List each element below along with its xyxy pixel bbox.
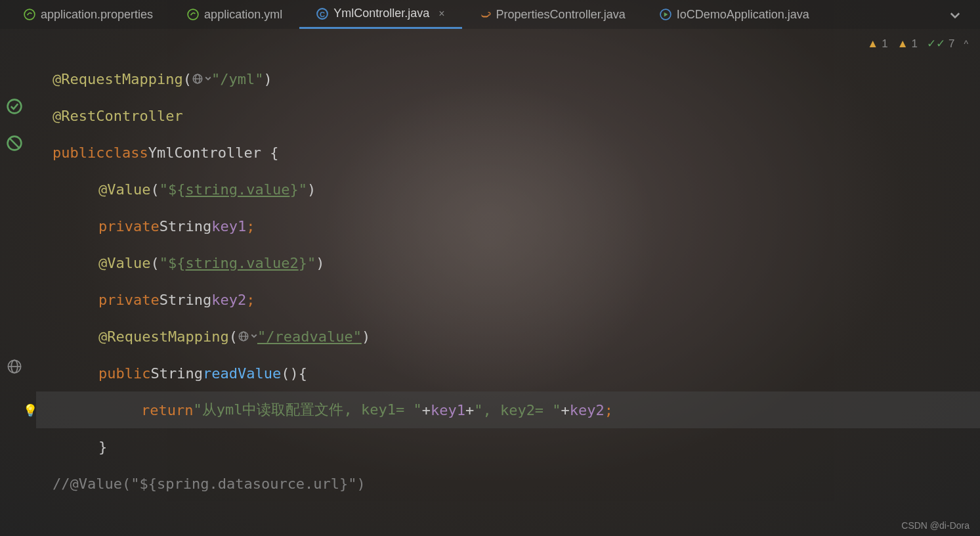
svg-marker-5 [664,12,668,17]
inspection-warning-2[interactable]: ▲ 1 [897,37,918,51]
spring-icon [187,9,199,20]
svg-line-8 [9,138,20,148]
check-icon: ✓✓ [927,37,945,51]
inspections-bar[interactable]: ▲ 1 ▲ 1 ✓✓ 7 ^ [867,37,968,51]
warning-count: 1 [882,37,887,51]
code-editor[interactable]: @RequestMapping("/yml") @RestController … [36,29,980,536]
close-icon[interactable]: × [438,8,444,20]
tab-label: YmlController.java [333,7,429,20]
inspections-expand-icon[interactable]: ^ [964,39,968,49]
web-inline-icon[interactable] [192,73,211,85]
run-icon [660,9,671,20]
gutter-web-icon[interactable] [5,357,24,376]
inspection-ok[interactable]: ✓✓ 7 [927,37,954,51]
code-line[interactable]: // @Value("${spring.datasource.url}") [36,465,980,502]
code-line[interactable]: public class YmlController { [36,134,980,171]
code-line[interactable]: private String key1; [36,208,980,244]
code-line[interactable]: } [36,428,980,465]
code-line-current[interactable]: 💡return "从yml中读取配置文件, key1= "+key1+", ke… [36,391,980,428]
code-line[interactable]: @RequestMapping("/readvalue") [36,318,980,355]
svg-point-6 [8,100,22,114]
warning-icon: ▲ [867,37,878,51]
code-line[interactable]: private String key2; [36,281,980,318]
code-line[interactable]: @Value("${string.value2}") [36,244,980,281]
tab-label: application.yml [204,8,282,22]
watermark: CSDN @di-Dora [901,520,969,531]
svg-point-1 [188,9,198,20]
gutter-endpoint-icon[interactable] [5,97,24,116]
tab-label: IoCDemoApplication.java [677,8,809,22]
tab-application-yml[interactable]: application.yml [170,0,299,29]
svg-text:C: C [320,10,325,18]
class-icon: C [316,8,328,20]
code-line[interactable]: @Value("${string.value}") [36,171,980,208]
tab-label: application.properties [41,8,153,22]
editor-tabs: application.properties application.yml C… [0,0,980,29]
code-line[interactable]: @RequestMapping("/yml") [36,60,980,97]
tab-ymlcontroller[interactable]: C YmlController.java × [299,0,461,29]
svg-point-0 [24,9,35,20]
warning-icon: ▲ [897,37,908,51]
tab-application-properties[interactable]: application.properties [7,0,170,29]
ok-count: 7 [948,37,954,51]
java-icon [479,9,491,20]
web-inline-icon[interactable] [238,330,257,342]
editor-gutter [0,29,36,536]
warning-count: 1 [911,37,917,51]
gutter-bean-icon[interactable] [5,134,24,152]
tab-label: PropertiesController.java [496,8,626,22]
tab-iocdemoapp[interactable]: IoCDemoApplication.java [643,0,826,29]
tab-propertiescontroller[interactable]: PropertiesController.java [462,0,643,29]
code-line[interactable]: public String readValue(){ [36,355,980,391]
spring-icon [24,9,35,20]
code-line[interactable]: @RestController [36,97,980,134]
inspection-warning-1[interactable]: ▲ 1 [867,37,887,51]
tabs-dropdown[interactable] [937,8,973,22]
